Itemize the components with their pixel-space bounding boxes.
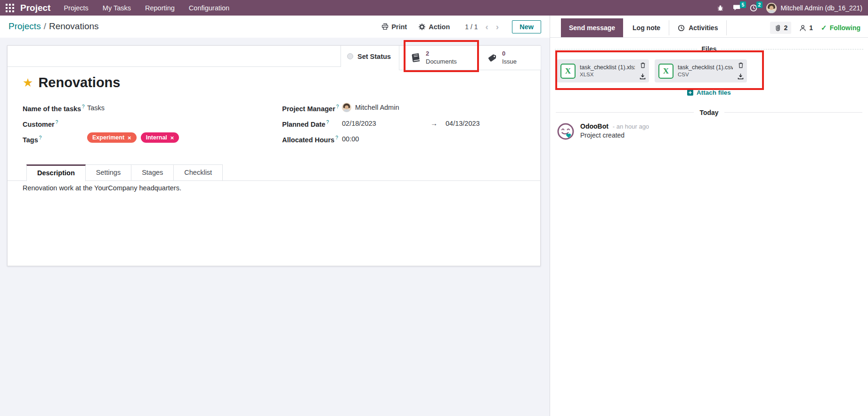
control-panel: Projects/Renovations Print Action [0,16,550,38]
field-value-name-of-tasks[interactable]: Tasks [87,104,105,112]
help-icon[interactable]: ? [326,120,329,125]
project-form-sheet: Set Status 2 Documents 0 Issue [7,45,541,266]
project-manager-avatar [342,103,351,112]
tab-description[interactable]: Description [26,164,86,181]
menu-projects[interactable]: Projects [64,4,88,12]
notebook-tabs: Description Settings Stages Checklist [8,164,540,181]
plus-square-icon [687,90,693,96]
attachment-card-csv[interactable]: X task_checklist (1).csv CSV [655,59,747,82]
control-panel-actions: Print Action 1 / 1 ‹ › New [381,16,541,38]
tab-checklist[interactable]: Checklist [174,164,223,181]
issue-stat-button[interactable]: 0 Issue [479,46,541,70]
check-icon: ✓ [821,24,827,32]
project-title[interactable]: Renovations [38,75,120,90]
attachment-card-xlsx[interactable]: X task_checklist (1).xlsx XLSX [557,59,649,82]
field-value-allocated-hours[interactable]: 00:00 [342,135,359,143]
tags-field[interactable]: Experiment × Internal × [87,132,179,143]
send-message-button[interactable]: Send message [561,18,623,37]
field-label-tags: Tags? [23,135,41,144]
action-button[interactable]: Action [418,23,450,31]
chatter-panel: Send message Log note Activities 2 [550,16,868,416]
attachments-counter-button[interactable]: 2 [770,22,792,34]
breadcrumb: Projects/Renovations [8,21,99,32]
user-name: Mitchell Admin (db_16_221) [780,4,862,12]
date-divider: Today [550,108,868,116]
attachments-list: X task_checklist (1).xlsx XLSX X [550,59,868,82]
field-label-customer: Customer? [23,120,58,128]
pager-next-icon[interactable]: › [496,22,499,31]
field-label-name-of-tasks: Name of the tasks? [23,104,85,113]
tab-stages[interactable]: Stages [131,164,174,181]
description-text[interactable]: Renovation work at the YourCompany headq… [23,184,181,192]
pager-prev-icon[interactable]: ‹ [486,22,488,31]
apps-grid-icon[interactable] [6,4,14,12]
attachment-type: XLSX [580,71,635,78]
attachment-name: task_checklist (1).xlsx [580,64,635,71]
book-icon [410,52,422,64]
person-icon [799,24,806,32]
tab-settings[interactable]: Settings [86,164,131,181]
help-icon[interactable]: ? [336,104,339,109]
help-icon[interactable]: ? [56,120,58,125]
set-status-button[interactable]: Set Status [341,46,399,67]
files-section-header: Files [550,45,868,53]
messages-badge: 5 [740,1,746,8]
menu-reporting[interactable]: Reporting [145,4,175,12]
following-button[interactable]: ✓ Following [821,24,860,32]
activities-button[interactable]: Activities [671,18,724,37]
bug-icon[interactable] [717,4,724,11]
field-value-project-manager[interactable]: Mitchell Admin [342,103,399,112]
menu-configuration[interactable]: Configuration [189,4,229,12]
attach-files-button[interactable]: Attach files [550,89,868,96]
paperclip-icon [774,24,781,32]
help-icon[interactable]: ? [335,135,338,140]
attachment-type: CSV [678,71,733,78]
spreadsheet-file-icon: X [658,64,673,79]
pager: 1 / 1 [465,23,478,31]
dashed-divider [555,49,697,49]
date-divider-label: Today [694,109,724,116]
messages-icon[interactable]: 5 [733,4,741,11]
print-button[interactable]: Print [381,23,407,31]
user-avatar [766,3,777,13]
tag-remove-icon[interactable]: × [170,135,174,141]
menu-my-tasks[interactable]: My Tasks [103,4,131,12]
app-name[interactable]: Project [20,3,50,13]
help-icon[interactable]: ? [39,135,42,140]
message-author[interactable]: OdooBot [580,122,608,130]
followers-counter-button[interactable]: 1 [799,24,813,32]
tag-remove-icon[interactable]: × [128,135,131,141]
planned-date-end[interactable]: 04/13/2023 [446,120,480,127]
tag-internal[interactable]: Internal × [141,132,179,143]
activities-clock-icon[interactable]: 2 [750,4,757,12]
gear-icon [418,23,426,31]
planned-date-start[interactable]: 02/18/2023 [342,120,376,127]
attachment-name: task_checklist (1).csv [678,64,733,71]
tag-experiment[interactable]: Experiment × [87,132,137,143]
log-note-button[interactable]: Log note [626,18,667,37]
help-icon[interactable]: ? [82,104,85,109]
favorite-star-icon[interactable]: ★ [23,77,33,89]
download-attachment-icon[interactable] [640,73,646,80]
message-body: Project created [580,131,649,139]
clock-icon [678,24,685,32]
field-label-project-manager: Project Manager? [282,104,339,113]
main-menu: Projects My Tasks Reporting Configuratio… [64,4,229,12]
activities-badge: 2 [756,1,763,8]
documents-stat-button[interactable]: 2 Documents [399,46,479,70]
message-timestamp: - an hour ago [613,123,649,130]
delete-attachment-icon[interactable] [640,62,646,68]
download-attachment-icon[interactable] [738,73,744,80]
chatter-message: OdooBot - an hour ago Project created [550,116,868,140]
ticket-icon [487,53,497,63]
user-menu[interactable]: Mitchell Admin (db_16_221) [766,3,862,13]
breadcrumb-projects[interactable]: Projects [8,21,41,31]
documents-count: 2 [426,50,457,57]
delete-attachment-icon[interactable] [738,62,744,68]
issue-count: 0 [502,50,517,57]
form-view-background: Set Status 2 Documents 0 Issue [0,38,550,416]
spreadsheet-file-icon: X [560,64,576,79]
documents-label: Documents [426,58,457,65]
new-button[interactable]: New [512,20,541,33]
odoobot-avatar [557,122,575,140]
